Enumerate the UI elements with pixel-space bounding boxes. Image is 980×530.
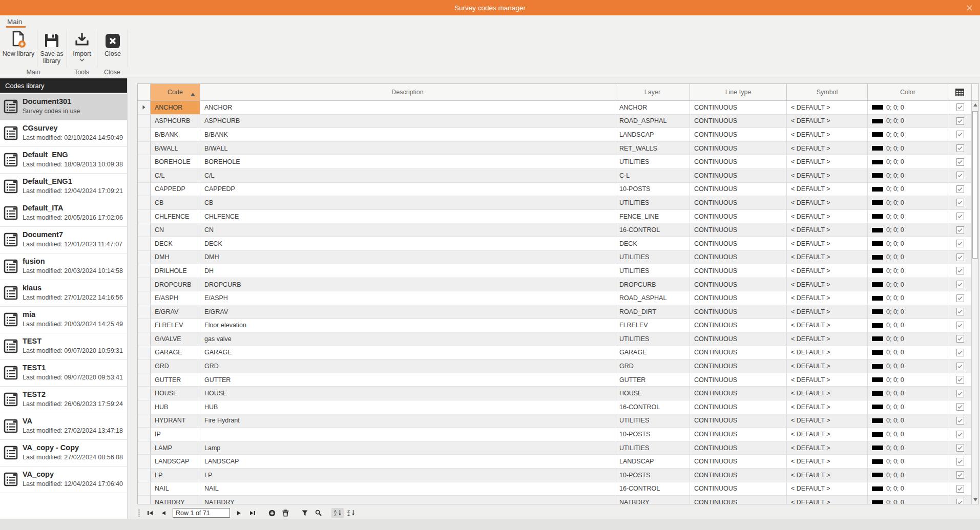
cell-line-type[interactable]: CONTINUOUS — [690, 237, 787, 250]
cell-line-type[interactable]: CONTINUOUS — [690, 251, 787, 264]
cell-color[interactable]: 0; 0; 0 — [868, 319, 948, 332]
cell-description[interactable] — [200, 428, 615, 441]
visible-checkbox[interactable] — [956, 322, 964, 329]
cell-line-type[interactable]: CONTINUOUS — [690, 128, 787, 141]
cell-symbol[interactable]: < DEFAULT > — [787, 496, 868, 504]
visible-checkbox[interactable] — [956, 485, 964, 493]
cell-layer[interactable]: ANCHOR — [615, 101, 690, 114]
cell-description[interactable]: GUTTER — [200, 373, 615, 387]
cell-code[interactable]: LAMP — [151, 441, 200, 455]
cell-color[interactable]: 0; 0; 0 — [868, 359, 948, 373]
cell-color[interactable]: 0; 0; 0 — [868, 251, 948, 264]
cell-layer[interactable]: C-L — [615, 169, 690, 182]
library-list-item[interactable]: Default_ENG1 Last modified: 12/04/2024 1… — [0, 174, 127, 200]
cell-color[interactable]: 0; 0; 0 — [868, 455, 948, 468]
cell-symbol[interactable]: < DEFAULT > — [787, 115, 868, 128]
cell-code[interactable]: FLRELEV — [151, 319, 200, 332]
visible-checkbox[interactable] — [956, 253, 964, 261]
cell-line-type[interactable]: CONTINUOUS — [690, 115, 787, 128]
cell-description[interactable]: LP — [200, 469, 615, 482]
cell-code[interactable]: HYDRANT — [151, 414, 200, 428]
cell-line-type[interactable]: CONTINUOUS — [690, 469, 787, 482]
cell-symbol[interactable]: < DEFAULT > — [787, 441, 868, 455]
cell-layer[interactable]: 16-CONTROL — [615, 482, 690, 496]
library-list-item[interactable]: TEST2 Last modified: 26/06/2023 17:59:24 — [0, 387, 127, 413]
cell-color[interactable]: 0; 0; 0 — [868, 469, 948, 482]
cell-symbol[interactable]: < DEFAULT > — [787, 128, 868, 141]
library-list-item[interactable]: Default_ENG Last modified: 18/09/2013 10… — [0, 147, 127, 174]
cell-description[interactable]: gas valve — [200, 332, 615, 346]
visible-checkbox[interactable] — [956, 390, 964, 397]
cell-color[interactable]: 0; 0; 0 — [868, 414, 948, 428]
table-row[interactable]: GUTTER GUTTER GUTTER CONTINUOUS < DEFAUL… — [138, 373, 972, 387]
cell-symbol[interactable]: < DEFAULT > — [787, 400, 868, 414]
cell-line-type[interactable]: CONTINUOUS — [690, 142, 787, 155]
visible-checkbox[interactable] — [956, 444, 964, 452]
cell-code[interactable]: G/VALVE — [151, 332, 200, 346]
cell-code[interactable]: E/ASPH — [151, 291, 200, 305]
scroll-down-arrow[interactable] — [972, 496, 978, 504]
cell-code[interactable]: CB — [151, 196, 200, 209]
cell-layer[interactable]: ROAD_DIRT — [615, 305, 690, 319]
visible-checkbox[interactable] — [956, 471, 964, 479]
visible-checkbox[interactable] — [956, 294, 964, 302]
cell-line-type[interactable]: CONTINUOUS — [690, 373, 787, 387]
table-row[interactable]: FLRELEV Floor elevation FLRELEV CONTINUO… — [138, 319, 972, 333]
cell-description[interactable]: E/ASPH — [200, 291, 615, 305]
cell-layer[interactable]: 16-CONTROL — [615, 400, 690, 414]
cell-layer[interactable]: UTILITIES — [615, 414, 690, 428]
cell-color[interactable]: 0; 0; 0 — [868, 155, 948, 168]
column-header-visibility[interactable] — [948, 84, 972, 100]
visible-checkbox[interactable] — [956, 431, 964, 438]
cell-symbol[interactable]: < DEFAULT > — [787, 359, 868, 373]
visible-checkbox[interactable] — [956, 349, 964, 356]
library-list-item[interactable]: fusion Last modified: 20/03/2024 10:14:5… — [0, 253, 127, 280]
cell-layer[interactable]: UTILITIES — [615, 196, 690, 209]
cell-code[interactable]: CHLFENCE — [151, 210, 200, 223]
save-as-library-button[interactable]: Save as library — [37, 29, 66, 67]
cell-line-type[interactable]: CONTINUOUS — [690, 155, 787, 168]
cell-code[interactable]: DRILHOLE — [151, 264, 200, 278]
window-close-button[interactable] — [965, 4, 974, 12]
table-row[interactable]: NATBDRY NATBDRY NATBDRY CONTINUOUS < DEF… — [138, 496, 972, 504]
visible-checkbox[interactable] — [956, 185, 964, 193]
cell-layer[interactable]: UTILITIES — [615, 264, 690, 278]
visible-checkbox[interactable] — [956, 199, 964, 206]
cell-description[interactable]: LANDSCAP — [200, 455, 615, 468]
cell-description[interactable]: NATBDRY — [200, 496, 615, 504]
table-row[interactable]: HUB HUB 16-CONTROL CONTINUOUS < DEFAULT … — [138, 400, 972, 414]
cell-color[interactable]: 0; 0; 0 — [868, 346, 948, 359]
add-row-button[interactable] — [266, 508, 278, 518]
cell-code[interactable]: DECK — [151, 237, 200, 250]
table-row[interactable]: HOUSE HOUSE HOUSE CONTINUOUS < DEFAULT >… — [138, 387, 972, 400]
cell-color[interactable]: 0; 0; 0 — [868, 278, 948, 291]
cell-symbol[interactable]: < DEFAULT > — [787, 346, 868, 359]
table-row[interactable]: CAPPEDP CAPPEDP 10-POSTS CONTINUOUS < DE… — [138, 183, 972, 197]
row-position-input[interactable] — [173, 508, 230, 518]
cell-line-type[interactable]: CONTINUOUS — [690, 169, 787, 182]
cell-description[interactable]: NAIL — [200, 482, 615, 496]
table-row[interactable]: BOREHOLE BOREHOLE UTILITIES CONTINUOUS <… — [138, 155, 972, 169]
cell-description[interactable]: DROPCURB — [200, 278, 615, 291]
visible-checkbox[interactable] — [956, 103, 964, 111]
cell-layer[interactable]: NATBDRY — [615, 496, 690, 504]
cell-line-type[interactable]: CONTINUOUS — [690, 400, 787, 414]
cell-code[interactable]: LANDSCAP — [151, 455, 200, 468]
visible-checkbox[interactable] — [956, 117, 964, 125]
cell-color[interactable]: 0; 0; 0 — [868, 373, 948, 387]
cell-description[interactable]: B/WALL — [200, 142, 615, 155]
table-row[interactable]: DRILHOLE DH UTILITIES CONTINUOUS < DEFAU… — [138, 264, 972, 278]
visible-checkbox[interactable] — [956, 335, 964, 343]
filter-button[interactable] — [299, 508, 311, 518]
visible-checkbox[interactable] — [956, 308, 964, 315]
cell-line-type[interactable]: CONTINUOUS — [690, 305, 787, 319]
cell-layer[interactable]: 10-POSTS — [615, 469, 690, 482]
cell-line-type[interactable]: CONTINUOUS — [690, 223, 787, 237]
cell-symbol[interactable]: < DEFAULT > — [787, 196, 868, 209]
cell-layer[interactable]: ROAD_ASPHAL — [615, 115, 690, 128]
table-row[interactable]: DMH DMH UTILITIES CONTINUOUS < DEFAULT >… — [138, 251, 972, 265]
cell-line-type[interactable]: CONTINUOUS — [690, 387, 787, 400]
cell-color[interactable]: 0; 0; 0 — [868, 332, 948, 346]
cell-code[interactable]: E/GRAV — [151, 305, 200, 319]
table-row[interactable]: DECK DECK DECK CONTINUOUS < DEFAULT > 0;… — [138, 237, 972, 251]
